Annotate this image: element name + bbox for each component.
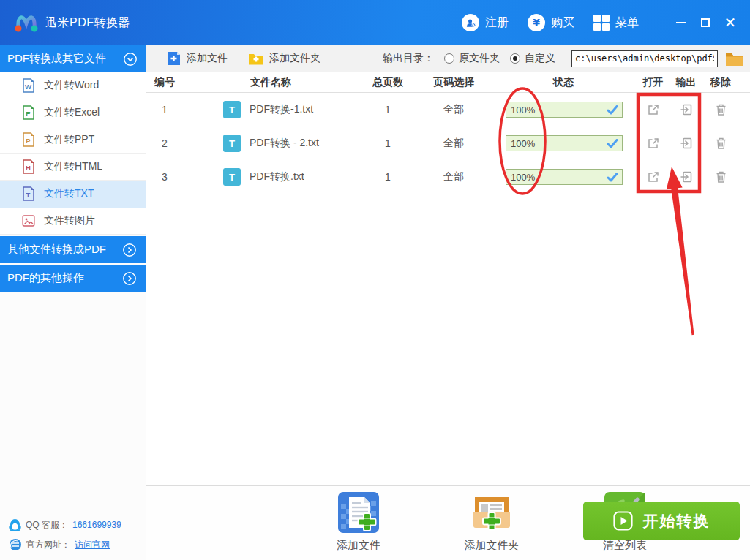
sidebar-item-label: 文件转PPT [44,133,94,146]
open-file-icon[interactable] [647,170,660,183]
sidebar-item-txt[interactable]: T 文件转TXT [0,181,146,208]
add-file-icon [167,51,181,66]
svg-text:E: E [26,110,30,118]
progress-bar: 100% [506,135,623,151]
header-status: 状态 [490,76,637,89]
txt-file-badge: T [223,101,241,118]
subheader: PDF转换成其它文件 添加文件 添加文件夹 [0,45,750,72]
ppt-doc-icon: P [22,132,35,147]
sidebar-item-word[interactable]: W 文件转Word [0,72,146,99]
browse-folder-button[interactable] [725,50,744,67]
header-no: 编号 [146,76,183,89]
sidebar-section-pdf-ops[interactable]: PDF的其他操作 [0,265,146,292]
open-file-icon[interactable] [647,137,660,150]
open-output-icon[interactable] [680,170,693,183]
add-folder-big-label: 添加文件夹 [455,539,528,553]
start-convert-button[interactable]: 开始转换 [583,502,740,540]
qq-service-label: QQ 客服： [26,519,68,531]
page-range[interactable]: 全部 [417,103,490,116]
open-output-icon[interactable] [680,103,693,116]
file-name: PDF转换 - 2.txt [250,137,319,150]
page-count: 1 [359,104,417,116]
add-folder-icon [248,52,264,66]
menu-button[interactable]: 菜单 [593,15,639,31]
add-file-button[interactable]: 添加文件 [167,51,228,66]
radio-original-folder[interactable]: 原文件夹 [444,52,500,65]
minimize-button[interactable] [668,10,693,35]
sidebar-item-label: 文件转TXT [44,187,94,200]
add-file-big-button[interactable]: 添加文件 [322,492,395,553]
sidebar-section-other-to-pdf[interactable]: 其他文件转换成PDF [0,236,146,263]
sidebar-item-image[interactable]: 文件转图片 [0,208,146,235]
word-doc-icon: W [22,78,35,93]
sidebar-item-excel[interactable]: E 文件转Excel [0,99,146,126]
section-label: PDF转换成其它文件 [7,52,106,66]
row-number: 3 [146,171,183,183]
header-range: 页码选择 [417,76,490,89]
close-button[interactable]: ✕ [718,10,743,35]
chevron-right-circle-icon [122,243,137,257]
official-site-link[interactable]: 访问官网 [75,539,110,551]
progress-percent: 100% [511,172,535,183]
open-file-icon[interactable] [647,103,660,116]
sidebar-item-html[interactable]: H 文件转HTML [0,154,146,181]
svg-text:P: P [26,137,31,145]
radio-original-label: 原文件夹 [459,52,500,65]
txt-file-badge: T [223,168,241,186]
header-name: 文件名称 [183,76,359,89]
add-file-big-label: 添加文件 [322,539,395,553]
qq-number-link[interactable]: 1661699939 [72,520,121,530]
radio-custom-circle[interactable] [510,53,520,64]
clear-list-label: 清空列表 [588,539,661,553]
file-name: PDF转换.txt [250,170,304,183]
page-range[interactable]: 全部 [417,137,490,150]
maximize-button[interactable] [693,10,718,35]
page-range[interactable]: 全部 [417,170,490,183]
remove-file-icon[interactable] [715,137,727,150]
sidebar-item-ppt[interactable]: P 文件转PPT [0,126,146,154]
file-name: PDF转换-1.txt [250,103,313,116]
add-file-big-icon [338,492,379,533]
table-row: 3 T PDF转换.txt 1 全部 100% [146,160,750,194]
output-path-input[interactable] [571,50,718,67]
start-convert-label: 开始转换 [643,511,710,531]
buy-label: 购买 [551,15,574,31]
page-count: 1 [359,171,417,183]
sidebar: W 文件转Word E 文件转Excel P 文件转PPT H [0,72,146,560]
radio-original-circle[interactable] [444,53,454,64]
yen-icon: ¥ [528,14,545,31]
open-output-icon[interactable] [680,137,693,150]
header-open: 打开 [637,76,670,89]
txt-file-badge: T [223,135,241,152]
add-folder-big-icon [471,492,512,533]
done-check-icon [607,139,618,148]
done-check-icon [607,173,618,182]
add-folder-big-button[interactable]: 添加文件夹 [455,492,528,553]
excel-doc-icon: E [22,105,35,120]
radio-custom[interactable]: 自定义 [510,52,555,65]
svg-text:H: H [26,164,31,172]
play-icon [613,511,633,531]
toolbar: 添加文件 添加文件夹 输出目录： 原文件夹 自定义 [146,45,750,72]
buy-button[interactable]: ¥ 购买 [528,14,574,31]
titlebar: 迅米PDF转换器 注册 ¥ 购买 菜单 [0,0,750,45]
image-icon [22,214,35,227]
remove-file-icon[interactable] [715,170,727,183]
svg-text:W: W [25,83,31,91]
chevron-right-circle-icon [122,271,137,286]
sidebar-section-pdf-to-other[interactable]: PDF转换成其它文件 [0,45,146,72]
menu-label: 菜单 [615,15,639,31]
app-title: 迅米PDF转换器 [45,15,130,31]
radio-custom-label: 自定义 [525,52,555,65]
sidebar-item-label: 文件转Word [44,79,99,92]
add-folder-button[interactable]: 添加文件夹 [248,52,320,66]
done-check-icon [607,105,618,115]
row-number: 1 [146,104,183,116]
header-pages: 总页数 [359,76,417,89]
ie-browser-icon [9,538,22,551]
bottom-bar: 添加文件 添加文件夹 [146,485,750,560]
register-button[interactable]: 注册 [462,14,509,31]
remove-file-icon[interactable] [715,103,727,116]
add-folder-label: 添加文件夹 [269,52,320,65]
app-window: 迅米PDF转换器 注册 ¥ 购买 菜单 [0,0,750,560]
